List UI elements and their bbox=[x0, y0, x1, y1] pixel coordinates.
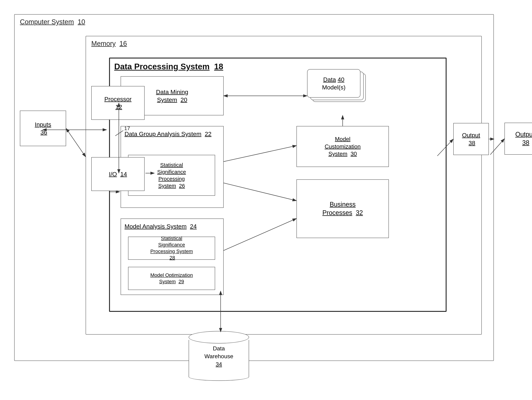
diagram-container: Computer System 10 Memory 16 Data Proces… bbox=[14, 14, 517, 387]
dw-number: 34 bbox=[216, 361, 222, 368]
computer-system-number: 10 bbox=[78, 18, 85, 26]
output-outer-label: Output 38 bbox=[515, 130, 532, 147]
dm-number: 40 bbox=[338, 76, 344, 83]
inputs-box: Inputs 36 bbox=[20, 110, 66, 146]
bp-number: 32 bbox=[356, 209, 363, 216]
inputs-number: 36 bbox=[40, 129, 47, 136]
output-number: 38 bbox=[469, 140, 475, 146]
ssps26-number: 26 bbox=[179, 183, 185, 189]
output-outer-text: Output bbox=[515, 131, 532, 138]
mos29-label: Model Optimization System 29 bbox=[150, 272, 193, 285]
dw-label: Data Warehouse 34 bbox=[204, 345, 234, 368]
memory-label: Memory 16 bbox=[91, 40, 127, 47]
mas-label: Model Analysis System 24 bbox=[125, 222, 197, 230]
mas-text: Model Analysis System bbox=[125, 223, 187, 230]
inputs-label: Inputs 36 bbox=[32, 121, 54, 136]
inputs-text: Inputs bbox=[35, 121, 51, 128]
data-processing-system-box: Data Processing System 18 Data Mining Sy… bbox=[109, 58, 447, 312]
memory-text: Memory bbox=[91, 40, 116, 47]
data-model-label: Data 40 Model(s) bbox=[322, 76, 346, 91]
output-outer-number: 38 bbox=[522, 139, 529, 146]
mcs-label: Model Customization System 30 bbox=[320, 135, 366, 158]
ssps28-box: Statistical Significance Processing Syst… bbox=[128, 237, 215, 260]
output-box: Output 38 bbox=[453, 123, 489, 155]
dm-text: Data bbox=[323, 76, 336, 83]
dms-number: 20 bbox=[180, 96, 187, 103]
svg-text:17: 17 bbox=[124, 125, 130, 131]
mas-number: 24 bbox=[190, 223, 197, 230]
output-text: Output bbox=[462, 132, 480, 138]
data-model-box-front: Data 40 Model(s) bbox=[307, 69, 361, 98]
model-customization-box: Model Customization System 30 bbox=[297, 126, 389, 167]
bp-text: Business Processes bbox=[322, 201, 356, 216]
mos29-text: Model Optimization System bbox=[150, 272, 193, 284]
svg-line-4 bbox=[224, 183, 297, 201]
dgas-number: 22 bbox=[205, 130, 212, 137]
dw-text: Data Warehouse bbox=[204, 345, 233, 360]
output-outer-box: Output 38 bbox=[505, 123, 532, 155]
svg-line-21 bbox=[66, 128, 86, 157]
bp-label: Business Processes 32 bbox=[320, 200, 366, 217]
dps-number: 18 bbox=[214, 62, 223, 71]
bus-arrows-svg: 17 bbox=[86, 86, 157, 193]
svg-line-13 bbox=[115, 130, 123, 136]
model-analysis-system-box: Model Analysis System 24 Statistical Sig… bbox=[120, 219, 224, 295]
computer-system-box: Computer System 10 Memory 16 Data Proces… bbox=[14, 14, 494, 361]
mos29-box: Model Optimization System 29 bbox=[128, 267, 215, 290]
ssps28-label: Statistical Significance Processing Syst… bbox=[150, 235, 193, 261]
business-processes-box: Business Processes 32 bbox=[297, 179, 389, 238]
ssps28-number: 28 bbox=[170, 255, 175, 260]
dps-text: Data Processing System bbox=[114, 62, 210, 71]
ssps28-text: Statistical Significance Processing Syst… bbox=[150, 236, 193, 254]
mcs-number: 30 bbox=[350, 151, 357, 157]
data-warehouse: Data Warehouse 34 bbox=[189, 331, 249, 381]
svg-line-3 bbox=[224, 146, 297, 161]
mos29-number: 29 bbox=[178, 279, 184, 284]
svg-line-5 bbox=[224, 219, 297, 251]
data-model-stack: Data 40 Model(s) bbox=[305, 69, 366, 115]
memory-number: 16 bbox=[119, 40, 127, 47]
output-label: Output 38 bbox=[462, 131, 480, 147]
dm-sub: Model(s) bbox=[322, 83, 346, 91]
dps-label: Data Processing System 18 bbox=[114, 62, 223, 71]
computer-system-label: Computer System 10 bbox=[20, 18, 85, 26]
memory-box: Memory 16 Data Processing System 18 Data… bbox=[86, 36, 482, 335]
computer-system-text: Computer System bbox=[20, 18, 74, 26]
